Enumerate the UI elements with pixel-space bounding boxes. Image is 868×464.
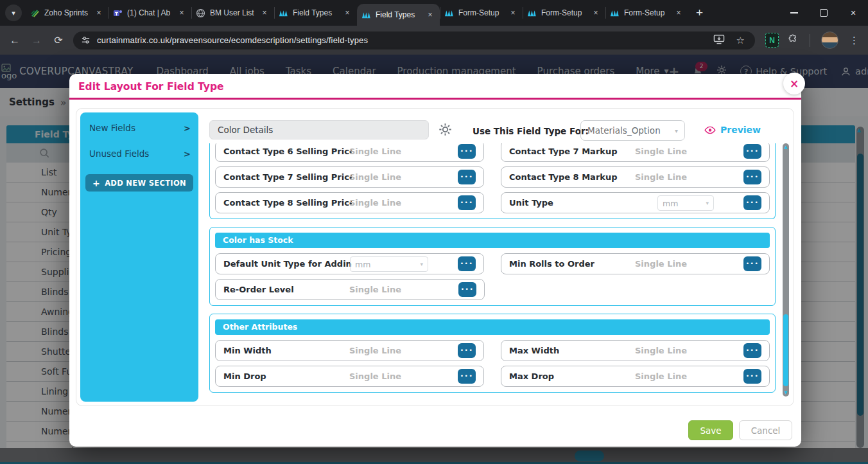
window-minimize-button[interactable] xyxy=(779,0,809,26)
add-new-section-button[interactable]: +ADD NEW SECTION xyxy=(85,174,193,192)
section-header: Other Attributes xyxy=(215,319,770,335)
url-text[interactable]: curtainmatrix.co.uk/praveensource/ecomde… xyxy=(97,35,713,45)
brand-tab-icon xyxy=(361,10,371,20)
field-options-button[interactable]: ••• xyxy=(743,369,761,384)
field-row[interactable]: Default Unit Type for Adding S...mm▾••• xyxy=(215,253,484,274)
field-section: Contact Type 6 Selling PriceSingle Line•… xyxy=(209,143,776,219)
cancel-button[interactable]: Cancel xyxy=(739,420,792,440)
field-label: Min Drop xyxy=(223,371,266,381)
field-type-text: Single Line xyxy=(635,147,687,156)
browser-tab[interactable]: Form-Setup× xyxy=(523,0,605,26)
modal-scroll-thumb[interactable] xyxy=(783,314,788,386)
field-options-button[interactable]: ••• xyxy=(743,170,761,184)
field-options-button[interactable]: ••• xyxy=(743,144,761,159)
field-row[interactable]: Contact Type 6 Selling PriceSingle Line•… xyxy=(215,143,484,162)
field-options-button[interactable]: ••• xyxy=(458,144,476,159)
field-row[interactable]: Min WidthSingle Line••• xyxy=(215,340,484,361)
forward-button[interactable]: → xyxy=(26,35,48,46)
field-row[interactable]: Max WidthSingle Line••• xyxy=(501,340,770,361)
field-row[interactable]: Min DropSingle Line••• xyxy=(215,366,484,387)
browser-tab[interactable]: Field Types× xyxy=(274,0,357,26)
tab-close-icon[interactable]: × xyxy=(508,8,518,18)
teams-tab-icon xyxy=(113,8,123,18)
field-row[interactable]: Unit Typemm▾••• xyxy=(501,192,770,213)
chevron-down-icon: ▾ xyxy=(420,261,423,267)
preview-link[interactable]: Preview xyxy=(704,125,761,135)
browser-toolbar: ← → ⟳ curtainmatrix.co.uk/praveensource/… xyxy=(0,26,868,55)
use-field-type-value: Materials_Option xyxy=(587,125,661,136)
unit-type-select[interactable]: mm▾ xyxy=(350,256,428,272)
close-icon: × xyxy=(790,77,799,90)
reload-button[interactable]: ⟳ xyxy=(48,34,69,46)
install-app-icon[interactable] xyxy=(713,34,725,46)
window-maximize-button[interactable] xyxy=(809,0,838,26)
field-label: Min Rolls to Order xyxy=(509,259,595,269)
profile-avatar[interactable] xyxy=(821,31,838,49)
modal-close-button[interactable]: × xyxy=(783,73,805,94)
field-row[interactable]: Contact Type 8 MarkupSingle Line••• xyxy=(501,166,770,188)
browser-tab[interactable]: (1) Chat | Ab× xyxy=(108,0,191,26)
bookmark-star-icon[interactable]: ☆ xyxy=(736,35,745,46)
chevron-right-icon: > xyxy=(184,149,191,159)
section-row: Contact Type 8 Selling PriceSingle Line•… xyxy=(215,192,770,213)
field-options-button[interactable]: ••• xyxy=(743,195,761,210)
field-type-text: Single Line xyxy=(349,172,401,182)
tab-close-icon[interactable]: × xyxy=(591,8,601,18)
field-row[interactable]: Min Rolls to OrderSingle Line••• xyxy=(501,253,770,274)
field-options-button[interactable]: ••• xyxy=(458,195,476,210)
tab-strip: Zoho Sprints×(1) Chat | Ab×BM User List×… xyxy=(26,0,688,26)
address-bar[interactable]: curtainmatrix.co.uk/praveensource/ecomde… xyxy=(73,31,755,49)
field-row[interactable]: Contact Type 7 MarkupSingle Line••• xyxy=(501,143,770,162)
field-options-button[interactable]: ••• xyxy=(458,343,476,358)
use-field-type-select[interactable]: Materials_Option ▾ xyxy=(580,120,685,141)
tab-search-button[interactable]: ▾ xyxy=(5,4,22,21)
field-label: Max Drop xyxy=(509,371,554,381)
sidebar-item-new-fields[interactable]: New Fields> xyxy=(89,123,191,133)
brand-tab-icon xyxy=(279,8,288,18)
tab-close-icon[interactable]: × xyxy=(425,10,435,20)
modal-scrollbar[interactable]: ▲ ▼ xyxy=(783,143,789,397)
field-row[interactable]: Max DropSingle Line••• xyxy=(501,366,770,387)
gear-icon[interactable] xyxy=(438,123,452,139)
field-options-button[interactable]: ••• xyxy=(743,256,761,271)
browser-tab[interactable]: Form-Setup× xyxy=(440,0,523,26)
save-button[interactable]: Save xyxy=(688,420,733,440)
field-row[interactable]: Contact Type 8 Selling PriceSingle Line•… xyxy=(215,192,484,213)
field-options-button[interactable]: ••• xyxy=(458,170,476,184)
field-options-button[interactable]: ••• xyxy=(743,343,761,358)
extensions-puzzle-icon[interactable] xyxy=(788,33,799,47)
section-name-input[interactable] xyxy=(209,120,429,139)
tab-close-icon[interactable]: × xyxy=(673,8,684,18)
plus-icon: + xyxy=(92,178,100,188)
section-row: Re-Order LevelSingle Line••• xyxy=(215,279,770,300)
browser-tab[interactable]: BM User List× xyxy=(191,0,274,26)
browser-tab[interactable]: Form-Setup× xyxy=(605,0,688,26)
use-field-type-label: Use This Field Type For: xyxy=(473,126,589,136)
sidebar-item-unused-fields[interactable]: Unused Fields> xyxy=(89,148,191,159)
sidebar-item-label: New Fields xyxy=(89,123,184,133)
field-row[interactable]: Re-Order LevelSingle Line••• xyxy=(215,279,485,300)
modal-body: New Fields>Unused Fields>+ADD NEW SECTIO… xyxy=(76,108,794,406)
scroll-down-icon: ▼ xyxy=(783,390,788,395)
tab-title: Form-Setup xyxy=(624,8,669,17)
tab-close-icon[interactable]: × xyxy=(342,8,352,18)
unit-type-select[interactable]: mm▾ xyxy=(657,195,714,211)
back-button[interactable]: ← xyxy=(4,35,26,46)
field-options-button[interactable]: ••• xyxy=(458,282,476,297)
browser-tab[interactable]: Zoho Sprints× xyxy=(26,0,108,26)
tab-close-icon[interactable]: × xyxy=(259,8,270,18)
site-settings-icon[interactable] xyxy=(81,35,91,45)
new-tab-button[interactable]: + xyxy=(696,6,703,20)
window-close-button[interactable]: × xyxy=(838,0,868,26)
extension-n-icon[interactable]: N xyxy=(765,33,779,48)
browser-menu-icon[interactable]: ⋮ xyxy=(849,35,868,46)
section-row: Contact Type 7 Selling PriceSingle Line•… xyxy=(215,166,770,188)
tab-title: (1) Chat | Ab xyxy=(127,8,172,17)
field-row[interactable]: Contact Type 7 Selling PriceSingle Line•… xyxy=(215,166,484,188)
tab-close-icon[interactable]: × xyxy=(94,8,104,18)
browser-tab-bar: ▾ Zoho Sprints×(1) Chat | Ab×BM User Lis… xyxy=(0,0,868,26)
tab-close-icon[interactable]: × xyxy=(177,8,187,18)
field-options-button[interactable]: ••• xyxy=(458,369,476,384)
browser-tab[interactable]: Field Types× xyxy=(357,4,440,26)
field-options-button[interactable]: ••• xyxy=(458,256,476,271)
